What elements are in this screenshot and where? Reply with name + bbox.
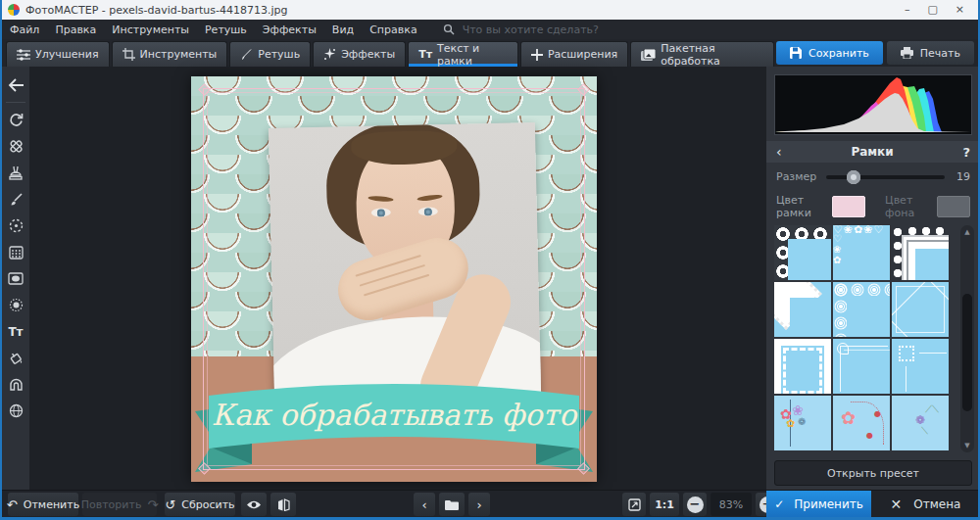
size-value: 19	[955, 170, 970, 183]
check-icon: ✓	[774, 497, 784, 511]
apply-button[interactable]: ✓ Применить	[766, 491, 871, 518]
fit-screen-button[interactable]	[622, 493, 646, 516]
open-folder-button[interactable]	[439, 493, 465, 516]
actual-size-button[interactable]: 1:1	[650, 493, 679, 516]
redo-button[interactable]: Повторить ↷	[82, 493, 157, 516]
menu-help[interactable]: Справка	[369, 24, 416, 36]
left-toolbar: Tт	[2, 67, 29, 490]
undo-button[interactable]: ↶ Отменить	[8, 493, 78, 516]
frame-thumbnail-flower-bouquet[interactable]: ✿ ❀ ✿ ❁	[774, 396, 831, 450]
zoom-level: 83%	[710, 493, 752, 516]
bottom-bar: ↶ Отменить Повторить ↷ ↺ Сбросить ‹ ›	[2, 490, 978, 517]
size-label: Размер	[776, 170, 816, 183]
text-tool-icon[interactable]: Tт	[4, 319, 27, 344]
minimize-button[interactable]: –	[905, 0, 910, 20]
zoom-out-button[interactable]: −	[683, 493, 707, 516]
histogram	[774, 74, 972, 135]
back-arrow-icon[interactable]	[4, 72, 27, 97]
preview-original-button[interactable]	[241, 493, 267, 516]
menu-effects[interactable]: Эффекты	[263, 24, 317, 36]
photomaster-window: ФотоМАСТЕР - pexels-david-bartus-4418713…	[0, 0, 980, 520]
save-icon	[790, 47, 802, 59]
frame-thumbnail-hearts-swirls[interactable]: ♡❀✿❀♡♡❀✿	[833, 225, 890, 280]
panel-scrollbar[interactable]: ▲ ▼	[960, 225, 974, 452]
menu-view[interactable]: Вид	[332, 24, 354, 36]
right-panel: ‹ Рамки ? Размер 19 Цвет рамки Цвет фона…	[766, 67, 980, 490]
frame-color-swatch[interactable]	[832, 196, 865, 217]
print-button[interactable]: Печать	[887, 41, 974, 65]
curve-arch-icon[interactable]	[4, 372, 27, 397]
chevron-left-icon: ‹	[421, 498, 426, 511]
lighting-icon[interactable]	[4, 293, 27, 317]
title-bar: ФотоМАСТЕР - pexels-david-bartus-4418713…	[2, 0, 978, 20]
size-slider-handle[interactable]	[847, 170, 860, 184]
prev-photo-button[interactable]: ‹	[414, 493, 435, 516]
frame-thumbnail-lace-medallions[interactable]	[774, 225, 831, 280]
frame-thumbnail-lace-star[interactable]	[774, 282, 831, 337]
radial-filter-icon[interactable]	[4, 213, 27, 238]
frame-thumbnail-geometric-lines[interactable]	[892, 282, 949, 337]
tab-tools[interactable]: Инструменты	[112, 41, 228, 67]
tab-text-frames[interactable]: Tт Текст и рамки	[408, 41, 518, 67]
open-preset-button[interactable]: Открыть пресет	[774, 460, 972, 486]
close-x-icon: ✕	[891, 496, 903, 512]
cancel-button[interactable]: ✕ Отмена	[871, 491, 980, 518]
workspace: Как обрабатывать фото	[29, 67, 766, 490]
menu-bar: Файл Правка Инструменты Ретушь Эффекты В…	[2, 20, 978, 39]
size-slider[interactable]	[826, 175, 945, 179]
split-compare-button[interactable]	[270, 493, 296, 516]
folder-icon	[445, 499, 459, 510]
frame-thumbnail-doily-lace[interactable]	[892, 225, 949, 280]
frame-thumbnails-grid: ♡❀✿❀♡♡❀✿	[774, 225, 949, 452]
menu-file[interactable]: Файл	[10, 24, 39, 36]
bg-color-swatch[interactable]	[937, 196, 970, 217]
mesh-sphere-icon[interactable]	[4, 399, 27, 423]
scrollbar-thumb[interactable]	[962, 294, 972, 411]
text-frames-icon: Tт	[418, 48, 432, 61]
vignette-icon[interactable]	[4, 266, 27, 291]
scroll-down-icon[interactable]: ▼	[960, 439, 974, 452]
tab-batch[interactable]: Пакетная обработка	[630, 41, 774, 67]
help-icon[interactable]: ?	[962, 145, 970, 160]
scroll-up-icon[interactable]: ▲	[960, 225, 974, 239]
search-icon	[443, 24, 455, 35]
frame-thumbnail-spirals[interactable]	[833, 282, 890, 337]
search-input[interactable]	[461, 23, 676, 37]
gradient-filter-icon[interactable]	[4, 240, 27, 264]
healing-patch-icon[interactable]	[4, 134, 27, 159]
tab-effects[interactable]: Эффекты	[313, 41, 406, 67]
window-title: ФотоМАСТЕР - pexels-david-bartus-4418713…	[25, 4, 288, 17]
menu-tools[interactable]: Инструменты	[112, 24, 189, 36]
fill-bucket-icon[interactable]	[4, 346, 27, 370]
portrait-photo	[269, 122, 541, 401]
brush-icon[interactable]	[4, 187, 27, 212]
toolbar-divider	[6, 102, 25, 103]
panel-header: ‹ Рамки ?	[766, 141, 980, 163]
menu-retouch[interactable]: Ретушь	[205, 24, 247, 36]
next-photo-button[interactable]: ›	[468, 493, 490, 516]
rotate-icon[interactable]	[4, 108, 27, 132]
frame-thumbnail-flower-vine[interactable]: ✿ ● ●	[833, 396, 890, 450]
size-row: Размер 19	[776, 170, 970, 183]
split-view-icon	[277, 498, 290, 511]
frame-thumbnail-zigzag-border[interactable]	[774, 339, 831, 394]
zoom-out-icon: −	[687, 496, 704, 513]
maximize-button[interactable]: ▢	[927, 0, 937, 20]
reset-button[interactable]: ↺ Сбросить	[165, 493, 235, 516]
frame-thumbnail-flower-sprig[interactable]: ❁ ⟋⟍ ⟍	[892, 396, 949, 450]
editing-canvas[interactable]: Как обрабатывать фото	[191, 76, 597, 482]
tab-retouch[interactable]: Ретушь	[229, 41, 311, 67]
frame-thumbnail-dotted-corner[interactable]	[892, 339, 949, 394]
save-button[interactable]: Сохранить	[776, 41, 883, 65]
frame-thumbnail-sketch-corner[interactable]	[833, 339, 890, 394]
color-row: Цвет рамки Цвет фона	[776, 194, 970, 219]
clone-stamp-icon[interactable]	[4, 161, 27, 185]
app-logo-icon	[8, 4, 20, 16]
redo-icon: ↷	[147, 498, 158, 511]
menu-edit[interactable]: Правка	[55, 24, 96, 36]
tab-improvements[interactable]: Улучшения	[6, 41, 110, 67]
undo-icon: ↶	[7, 498, 18, 511]
close-button[interactable]: ×	[956, 0, 964, 20]
panel-title: Рамки	[782, 145, 963, 159]
tab-extensions[interactable]: Расширения	[520, 41, 628, 67]
